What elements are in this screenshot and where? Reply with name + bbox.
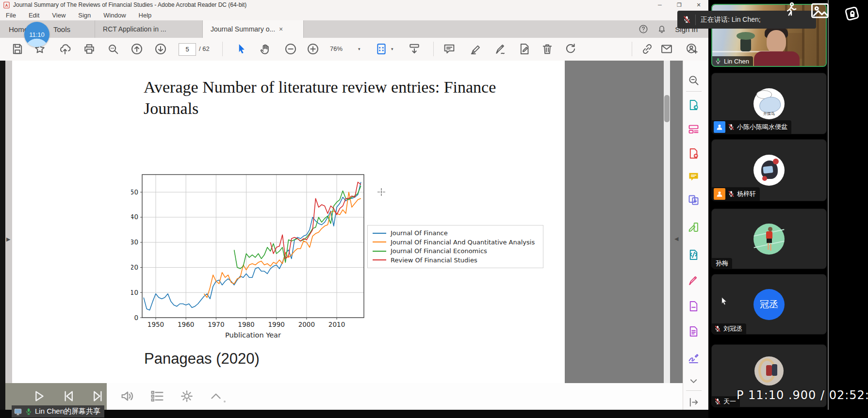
mic-muted-icon [727,190,735,198]
tool-compress-pdf-icon[interactable] [687,248,700,261]
play-icon[interactable] [31,388,47,404]
left-dark-strip [0,61,5,418]
rotate-icon[interactable] [564,42,577,56]
volume-icon[interactable] [119,388,136,404]
acrobat-logo-icon [3,1,10,9]
next-track-icon[interactable] [90,388,106,404]
svg-text:1980: 1980 [238,321,254,328]
next-page-icon[interactable] [154,42,167,56]
page-view-caret[interactable]: ▾ [391,47,393,51]
zoom-dropdown-caret[interactable]: ▾ [358,47,360,51]
walking-person-icon[interactable] [782,1,800,18]
mail-icon[interactable] [660,42,673,56]
playlist-icon[interactable] [149,388,165,404]
tool-combine-files-icon[interactable] [687,193,700,207]
select-cursor-icon[interactable] [235,42,248,56]
print-icon[interactable] [82,42,96,56]
collapse-caret-icon[interactable] [208,388,224,404]
close-tab-icon[interactable]: × [279,25,283,33]
avatar: 开摆鸟 [753,88,785,119]
doc-tab-rct[interactable]: RCT Application in ... [95,20,196,38]
svg-text:2010: 2010 [328,321,345,328]
link-icon[interactable] [640,42,654,56]
tool-comment-icon[interactable] [687,170,700,183]
page-view-icon[interactable] [375,42,388,56]
previous-track-icon[interactable] [60,388,77,404]
close-button[interactable]: ✕ [689,0,708,10]
profile-sign-in-icon[interactable] [685,42,699,56]
sign-pen-icon[interactable] [494,42,508,56]
menu-edit[interactable]: Edit [29,12,39,19]
highlighter-icon[interactable] [469,42,483,56]
zoom-in-icon[interactable] [306,42,320,56]
legend-swatch [373,259,386,260]
settings-gear-icon[interactable] [179,388,195,404]
legend-entry: Review Of Financial Studies [373,257,543,264]
tool-fill-sign-icon[interactable] [687,274,700,287]
tool-redact-icon[interactable] [687,300,700,313]
fill-sign-icon[interactable] [518,42,532,56]
tool-create-pdf-icon[interactable] [687,147,700,160]
participant-tile[interactable]: 杨梓轩 [711,139,827,201]
zoom-out-icon[interactable] [284,42,297,56]
line-chart: 195019601970198019902000201001020304050P… [131,165,374,343]
save-icon[interactable] [11,42,24,56]
legend-entry: Journal Of Finance [373,229,543,237]
cloud-upload-icon[interactable] [58,42,72,56]
sidebar-scroll-edge[interactable] [828,0,829,410]
page-number-input[interactable]: 5 [179,43,196,56]
maximize-button[interactable]: ❐ [670,0,689,10]
recording-time-bubble: 11:10 [24,22,49,47]
legend-label: Journal Of Financial Economics [391,247,487,255]
trash-icon[interactable] [540,42,554,56]
participant-tile[interactable]: 冠丞 刘冠丞 [711,274,827,335]
tools-more-chevron-icon[interactable] [687,374,700,387]
bell-icon[interactable] [656,24,667,34]
search-icon[interactable] [106,42,120,56]
svg-text:0: 0 [134,314,138,322]
tool-export-pdf-icon[interactable] [687,98,700,112]
zoom-level[interactable]: 76% [330,43,343,55]
mic-muted-icon [682,15,691,24]
avatar [753,155,785,186]
participant-tile[interactable]: 孙梅 [711,209,827,269]
avatar: 冠丞 [753,289,785,320]
hand-tool-icon[interactable] [259,42,272,56]
svg-text:1950: 1950 [147,321,164,328]
tool-request-signatures-icon[interactable] [687,352,700,365]
scrollbar-thumb[interactable] [664,95,670,122]
svg-text:50: 50 [131,188,138,196]
chart-legend: Journal Of FinanceJournal Of Financial A… [367,225,543,268]
tool-prepare-form-icon[interactable] [687,325,700,338]
window-title: Journal Summary of The Reviews of Financ… [13,1,246,8]
comment-icon[interactable] [442,42,456,56]
mic-active-icon [714,57,722,65]
playback-timestamp: P 11:10 .900 / 02:52:20 [737,388,868,402]
screenshot-image-icon[interactable] [809,0,831,21]
menu-view[interactable]: View [52,12,66,19]
expand-left-panel-arrow[interactable]: ▶ [6,236,10,242]
expand-panel-icon[interactable] [687,396,700,409]
doc-tab-journal-summary[interactable]: Journal Summary o... × [202,20,304,38]
rotation-lock-icon[interactable] [842,4,862,23]
tool-search-icon[interactable] [687,74,700,87]
svg-text:40: 40 [131,213,138,221]
svg-text:2000: 2000 [298,321,315,328]
menu-window[interactable]: Window [103,12,126,19]
menu-sign[interactable]: Sign [78,12,91,19]
svg-text:20: 20 [131,263,138,271]
collapse-right-panel-arrow[interactable]: ◀ [674,236,678,242]
mic-muted-icon [714,325,721,333]
menu-help[interactable]: Help [139,12,152,19]
tool-organize-pages-icon[interactable] [687,123,700,136]
mic-muted-icon [714,398,721,405]
svg-text:1970: 1970 [208,321,224,328]
participant-tile[interactable]: 开摆鸟 小陈小陈喝水便盆 [711,73,827,134]
minimize-button[interactable]: ─ [650,0,670,10]
help-icon[interactable] [638,24,649,34]
tool-edit-pdf-icon[interactable] [687,221,700,234]
participant-name-label: 天一 [712,396,740,407]
scrolling-mode-icon[interactable] [408,42,421,56]
previous-page-icon[interactable] [130,42,144,56]
menu-file[interactable]: File [6,12,16,19]
